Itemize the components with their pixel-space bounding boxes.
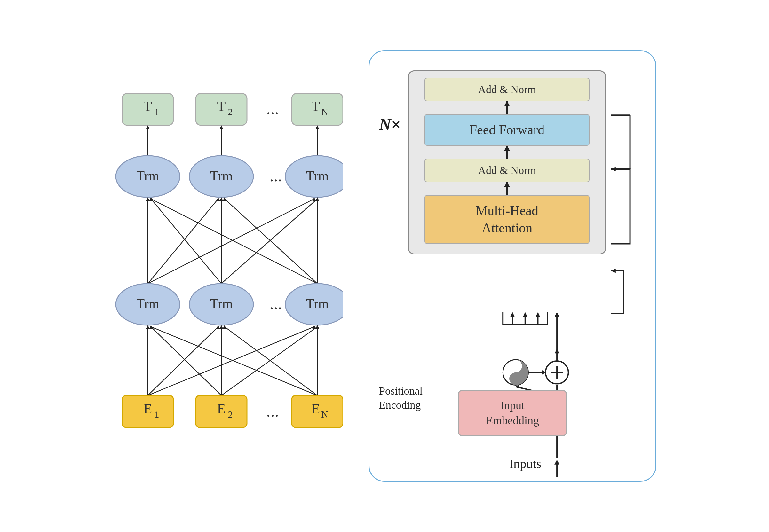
svg-text:N: N	[321, 409, 328, 419]
svg-marker-63	[223, 325, 226, 329]
svg-text:E: E	[144, 401, 152, 417]
svg-line-27	[148, 199, 314, 284]
transformer-block: Add & Norm Feed Forward Add & Norm	[408, 70, 606, 254]
svg-point-102	[503, 360, 528, 385]
positional-encoding-label: PositionalEncoding	[379, 384, 423, 412]
svg-line-25	[148, 199, 218, 284]
svg-marker-51	[216, 325, 220, 329]
svg-marker-40	[315, 197, 319, 201]
svg-text:T: T	[311, 98, 320, 114]
svg-marker-49	[146, 325, 150, 329]
main-container: T 1 T 2 ... T N Trm Trm ...	[33, 26, 736, 506]
svg-text:N: N	[321, 106, 328, 117]
svg-text:...: ...	[266, 402, 279, 420]
svg-text:1: 1	[154, 106, 159, 117]
svg-line-29	[151, 199, 221, 284]
svg-marker-15	[315, 125, 319, 129]
svg-marker-11	[146, 125, 150, 129]
input-embedding-box: InputEmbedding	[458, 390, 567, 436]
svg-line-50	[148, 327, 218, 395]
svg-marker-13	[219, 125, 223, 129]
svg-marker-84	[510, 312, 515, 317]
svg-text:Trm: Trm	[210, 168, 233, 183]
add-norm-bottom-box: Add & Norm	[425, 159, 590, 182]
svg-marker-86	[523, 312, 528, 317]
svg-marker-93	[611, 167, 616, 171]
svg-text:...: ...	[266, 99, 279, 118]
add-norm-top-box: Add & Norm	[425, 78, 590, 101]
right-inner: N× Add & Norm Feed Forward Add & Norm	[369, 51, 655, 481]
svg-marker-57	[219, 325, 223, 329]
svg-text:...: ...	[270, 294, 282, 313]
svg-text:T: T	[217, 98, 226, 114]
svg-text:E: E	[311, 401, 320, 417]
svg-point-97	[545, 361, 569, 384]
svg-marker-109	[516, 384, 520, 388]
svg-line-52	[148, 327, 314, 395]
svg-line-35	[151, 199, 317, 284]
svg-line-54	[151, 327, 221, 395]
svg-marker-26	[216, 197, 220, 201]
svg-marker-92	[554, 460, 560, 465]
inputs-label: Inputs	[509, 456, 541, 471]
svg-marker-32	[219, 197, 223, 201]
right-diagram: N× Add & Norm Feed Forward Add & Norm	[368, 50, 656, 482]
svg-line-60	[151, 327, 317, 395]
svg-marker-24	[146, 197, 150, 201]
svg-marker-88	[536, 312, 540, 317]
svg-marker-65	[315, 325, 319, 329]
svg-text:2: 2	[228, 106, 233, 117]
svg-marker-106	[542, 370, 546, 375]
left-diagram: T 1 T 2 ... T N Trm Trm ...	[113, 74, 343, 458]
svg-text:1: 1	[154, 409, 159, 419]
svg-point-103	[513, 364, 518, 369]
svg-point-104	[513, 376, 518, 381]
svg-text:2: 2	[228, 409, 233, 419]
svg-text:T: T	[144, 98, 152, 114]
svg-text:...: ...	[270, 167, 282, 185]
svg-text:Trm: Trm	[210, 296, 233, 311]
svg-marker-38	[223, 197, 226, 201]
svg-text:E: E	[217, 401, 226, 417]
svg-text:Trm: Trm	[306, 296, 329, 311]
feed-forward-box: Feed Forward	[425, 114, 590, 146]
svg-text:Trm: Trm	[306, 168, 329, 183]
svg-marker-94	[611, 269, 616, 273]
multi-head-attention-box: Multi-HeadAttention	[425, 195, 590, 244]
svg-marker-101	[555, 348, 559, 353]
svg-marker-77	[554, 312, 560, 317]
svg-text:Trm: Trm	[137, 296, 159, 311]
svg-text:Trm: Trm	[137, 168, 159, 183]
nx-label: N×	[379, 115, 401, 134]
